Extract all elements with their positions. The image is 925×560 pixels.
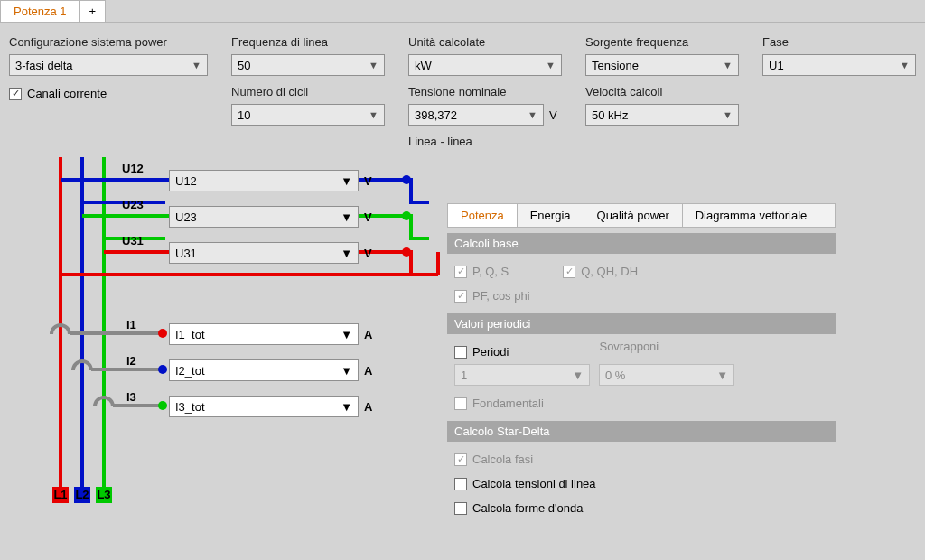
tab-add[interactable]: + <box>79 0 107 22</box>
num-cycles-select[interactable]: 10 ▼ <box>231 104 385 126</box>
u31-label: U31 <box>122 234 144 247</box>
wiring-diagram: L1 L2 L3 U12 U23 U31 I1 I2 I3 <box>50 157 501 509</box>
chevron-down-icon: ▼ <box>341 247 352 260</box>
chevron-down-icon: ▼ <box>900 60 910 70</box>
freq-line-value: 50 <box>238 59 250 72</box>
periodi-checkbox[interactable] <box>454 346 467 359</box>
chevron-down-icon: ▼ <box>546 60 556 70</box>
i1-select[interactable]: I1_tot ▼ <box>169 323 359 345</box>
i1-label: I1 <box>126 318 136 331</box>
u31-select[interactable]: U31 ▼ <box>169 242 359 264</box>
calcola-tensioni-checkbox[interactable] <box>454 478 467 490</box>
tab-qualita[interactable]: Qualità power <box>584 204 683 227</box>
i1-unit: A <box>364 328 372 341</box>
chevron-down-icon: ▼ <box>341 400 352 414</box>
svg-point-16 <box>402 175 411 184</box>
nom-voltage-value: 398,372 <box>415 108 457 122</box>
num-cycles-value: 10 <box>238 108 250 122</box>
tab-energia[interactable]: Energia <box>518 204 584 227</box>
src-freq-select[interactable]: Tensione ▼ <box>585 54 739 76</box>
u12-select[interactable]: U12 ▼ <box>169 170 359 191</box>
calc-units-value: kW <box>415 59 432 72</box>
config-row: Configurazione sistema power 3-fasi delt… <box>0 23 925 148</box>
chevron-down-icon: ▼ <box>341 328 352 341</box>
calc-speed-label: Velocità calcoli <box>585 85 739 98</box>
calc-units-select[interactable]: kW ▼ <box>408 54 562 76</box>
pf-checkbox <box>454 290 467 303</box>
tab-potenza[interactable]: Potenza <box>448 204 518 227</box>
top-tabs: Potenza 1 + <box>0 0 925 23</box>
fondamentali-label: Fondamentali <box>472 397 544 410</box>
svg-text:L3: L3 <box>97 488 110 501</box>
tab-potenza-1[interactable]: Potenza 1 <box>0 0 80 22</box>
u12-unit: V <box>364 174 372 188</box>
qqhdh-checkbox <box>563 266 575 278</box>
svg-point-10 <box>158 329 167 338</box>
canali-corrente-label: Canali corrente <box>27 87 107 100</box>
freq-line-select[interactable]: 50 ▼ <box>231 54 385 76</box>
i3-value: I3_tot <box>175 400 205 414</box>
u23-unit: V <box>364 210 372 224</box>
i2-label: I2 <box>126 354 136 368</box>
calcola-tensioni-label: Calcola tensioni di linea <box>472 477 596 490</box>
chevron-down-icon: ▼ <box>369 60 378 70</box>
tab-diagramma[interactable]: Diagramma vettoriale <box>683 204 820 227</box>
calcola-forme-label: Calcola forme d'onda <box>472 501 583 515</box>
valori-periodici-head: Valori periodici <box>447 313 836 334</box>
phase-select[interactable]: U1 ▼ <box>762 54 916 76</box>
sovrapponi-select: 0 %▼ <box>599 364 734 386</box>
num-cycles-label: Numero di cicli <box>231 85 385 98</box>
chevron-down-icon: ▼ <box>192 60 201 70</box>
i2-value: I2_tot <box>175 364 205 378</box>
svg-point-21 <box>402 247 411 257</box>
svg-point-14 <box>158 401 167 410</box>
svg-text:L1: L1 <box>53 488 67 501</box>
u23-label: U23 <box>122 198 144 211</box>
calc-speed-select[interactable]: 50 kHz ▼ <box>585 104 739 126</box>
sys-config-value: 3-fasi delta <box>15 59 73 72</box>
chevron-down-icon: ▼ <box>369 109 378 120</box>
i3-label: I3 <box>126 390 136 404</box>
pqs-checkbox <box>454 266 467 278</box>
fondamentali-checkbox <box>454 397 467 410</box>
u31-value: U31 <box>175 247 197 260</box>
calcola-fasi-checkbox <box>454 453 467 466</box>
i2-select[interactable]: I2_tot ▼ <box>169 359 359 381</box>
periodi-select: 1▼ <box>454 364 590 386</box>
chevron-down-icon: ▼ <box>341 210 352 224</box>
calcola-forme-checkbox[interactable] <box>454 502 467 515</box>
panel-tabs: Potenza Energia Qualità power Diagramma … <box>447 203 836 228</box>
i2-unit: A <box>364 364 372 378</box>
chevron-down-icon: ▼ <box>341 364 352 378</box>
i3-unit: A <box>364 400 372 414</box>
sys-config-select[interactable]: 3-fasi delta ▼ <box>9 54 208 76</box>
pf-label: PF, cos phi <box>472 289 530 303</box>
i1-value: I1_tot <box>175 328 205 341</box>
src-freq-value: Tensione <box>592 59 639 72</box>
calc-panel: Potenza Energia Qualità power Diagramma … <box>447 203 836 520</box>
canali-corrente-checkbox[interactable] <box>9 88 22 100</box>
chevron-down-icon: ▼ <box>723 109 733 120</box>
nom-voltage-select[interactable]: 398,372 ▼ <box>408 104 544 126</box>
phase-label: Fase <box>762 35 916 49</box>
u23-value: U23 <box>175 210 197 224</box>
svg-point-18 <box>402 211 411 220</box>
chevron-down-icon: ▼ <box>528 109 537 120</box>
calcolo-star-delta-head: Calcolo Star-Delta <box>447 421 836 442</box>
line-line-label: Linea - linea <box>408 135 562 148</box>
svg-point-12 <box>158 365 167 374</box>
sys-config-label: Configurazione sistema power <box>9 35 208 49</box>
calc-speed-value: 50 kHz <box>592 108 628 122</box>
nom-voltage-label: Tensione nominale <box>408 85 562 98</box>
u12-value: U12 <box>175 174 197 188</box>
nom-voltage-unit: V <box>549 108 557 122</box>
calc-units-label: Unità calcolate <box>408 35 562 49</box>
svg-text:L2: L2 <box>75 488 89 501</box>
phase-value: U1 <box>769 59 784 72</box>
chevron-down-icon: ▼ <box>723 60 733 70</box>
i3-select[interactable]: I3_tot ▼ <box>169 396 359 417</box>
chevron-down-icon: ▼ <box>341 174 352 188</box>
u23-select[interactable]: U23 ▼ <box>169 206 359 228</box>
u31-unit: V <box>364 247 372 260</box>
src-freq-label: Sorgente frequenza <box>585 35 739 49</box>
